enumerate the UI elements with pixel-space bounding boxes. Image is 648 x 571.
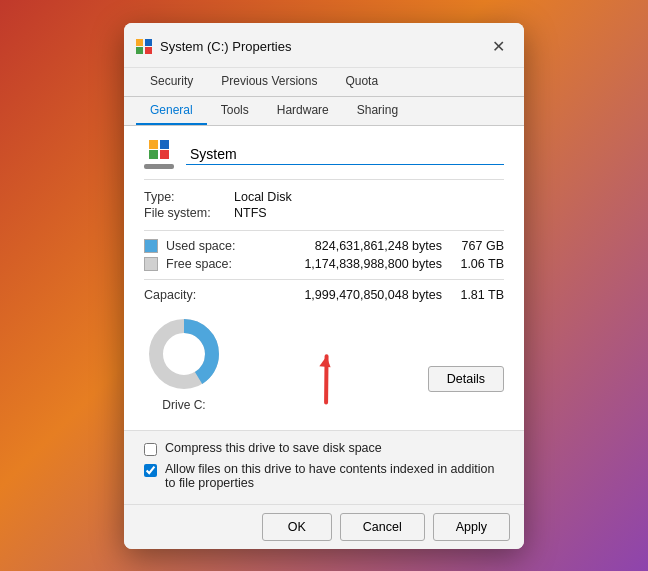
window-icon xyxy=(136,39,152,55)
index-label: Allow files on this drive to have conten… xyxy=(165,462,504,490)
tab-security[interactable]: Security xyxy=(136,68,207,96)
cancel-button[interactable]: Cancel xyxy=(340,513,425,541)
donut-chart-wrap: Drive C: xyxy=(144,314,224,412)
free-color-box xyxy=(144,257,158,271)
tab-general[interactable]: General xyxy=(136,97,207,125)
divider-1 xyxy=(144,230,504,231)
ok-button[interactable]: OK xyxy=(262,513,332,541)
tab-quota[interactable]: Quota xyxy=(331,68,392,96)
free-label: Free space: xyxy=(166,257,246,271)
details-button[interactable]: Details xyxy=(428,366,504,392)
tab-previous-versions[interactable]: Previous Versions xyxy=(207,68,331,96)
fs-row: File system: NTFS xyxy=(144,206,504,220)
drive-label: Drive C: xyxy=(162,398,205,412)
arrow-container xyxy=(224,343,428,412)
tab-sharing[interactable]: Sharing xyxy=(343,97,412,125)
dialog-title: System (C:) Properties xyxy=(160,39,291,54)
donut-chart xyxy=(144,314,224,394)
compress-checkbox-row: Compress this drive to save disk space xyxy=(144,441,504,456)
fs-value: NTFS xyxy=(234,206,267,220)
dialog-window: System (C:) Properties ✕ Security Previo… xyxy=(124,23,524,549)
fs-label: File system: xyxy=(144,206,234,220)
drive-icon-bar xyxy=(144,164,174,169)
tab-tools[interactable]: Tools xyxy=(207,97,263,125)
title-bar-left: System (C:) Properties xyxy=(136,39,291,55)
dialog-footer: OK Cancel Apply xyxy=(124,504,524,549)
drive-icon xyxy=(144,140,174,169)
content-area: Type: Local Disk File system: NTFS Used … xyxy=(124,126,524,430)
capacity-row: Capacity: 1,999,470,850,048 bytes 1.81 T… xyxy=(144,288,504,302)
used-color-box xyxy=(144,239,158,253)
space-section: Used space: 824,631,861,248 bytes 767 GB… xyxy=(144,239,504,271)
title-bar: System (C:) Properties ✕ xyxy=(124,23,524,68)
used-human: 767 GB xyxy=(454,239,504,253)
used-space-row: Used space: 824,631,861,248 bytes 767 GB xyxy=(144,239,504,253)
capacity-bytes: 1,999,470,850,048 bytes xyxy=(248,288,454,302)
checkboxes-section: Compress this drive to save disk space A… xyxy=(124,430,524,504)
free-human: 1.06 TB xyxy=(454,257,504,271)
type-row: Type: Local Disk xyxy=(144,190,504,204)
type-value: Local Disk xyxy=(234,190,292,204)
compress-checkbox[interactable] xyxy=(144,443,157,456)
type-label: Type: xyxy=(144,190,234,204)
used-label: Used space: xyxy=(166,239,246,253)
index-checkbox-row: Allow files on this drive to have conten… xyxy=(144,462,504,490)
close-button[interactable]: ✕ xyxy=(484,33,512,61)
red-arrow-icon xyxy=(291,347,361,412)
details-wrap: Details xyxy=(428,366,504,412)
drive-header xyxy=(144,140,504,180)
tabs-row-1: Security Previous Versions Quota xyxy=(124,68,524,97)
free-bytes: 1,174,838,988,800 bytes xyxy=(246,257,454,271)
compress-label: Compress this drive to save disk space xyxy=(165,441,382,455)
free-space-row: Free space: 1,174,838,988,800 bytes 1.06… xyxy=(144,257,504,271)
used-bytes: 824,631,861,248 bytes xyxy=(246,239,454,253)
apply-button[interactable]: Apply xyxy=(433,513,510,541)
info-grid: Type: Local Disk File system: NTFS xyxy=(144,190,504,220)
drive-name-input[interactable] xyxy=(186,144,504,165)
tabs-row-2: General Tools Hardware Sharing xyxy=(124,97,524,126)
capacity-human: 1.81 TB xyxy=(454,288,504,302)
tab-hardware[interactable]: Hardware xyxy=(263,97,343,125)
divider-2 xyxy=(144,279,504,280)
capacity-label: Capacity: xyxy=(144,288,248,302)
index-checkbox[interactable] xyxy=(144,464,157,477)
